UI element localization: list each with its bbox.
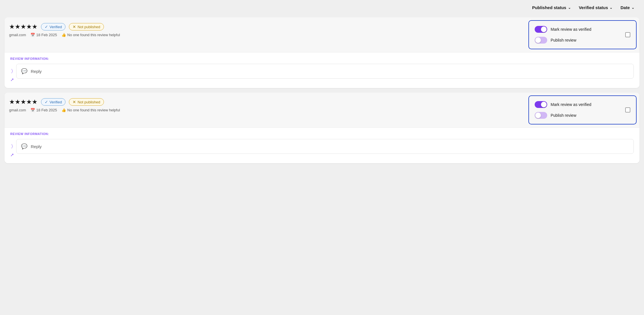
mark-verified-track[interactable]: [535, 101, 547, 108]
publish-review-label: Publish review: [551, 38, 576, 42]
review-card-bottom: REVIEW INFORMATION: 〉 ➚ 💬 Reply: [5, 128, 639, 163]
filter-icon[interactable]: 〉: [11, 68, 13, 73]
date-text: 18 Feb 2025: [36, 33, 57, 37]
date-label: Date: [620, 5, 630, 10]
calendar-icon: 📅: [30, 108, 35, 112]
reviewer-email: gmail.com: [9, 33, 26, 37]
review-date: 📅 18 Feb 2025: [30, 33, 57, 37]
verified-badge-label: Verified: [50, 25, 62, 29]
filter-icon[interactable]: 〉: [11, 144, 13, 149]
mark-verified-thumb: [541, 26, 547, 32]
review-main: ★★★★★ ✓ Verified ✕ Not published gmail.c…: [5, 93, 528, 127]
helpful-label: No one found this review helpful: [67, 33, 120, 37]
publish-review-track[interactable]: [535, 112, 547, 119]
review-card-top: ★★★★★ ✓ Verified ✕ Not published gmail.c…: [5, 17, 639, 52]
reply-box[interactable]: 💬 Reply: [16, 139, 634, 154]
published-status-chevron-icon: ⌄: [568, 6, 571, 10]
helpful-text: 👍 No one found this review helpful: [61, 33, 120, 37]
reply-box[interactable]: 💬 Reply: [16, 64, 634, 79]
publish-review-toggle[interactable]: [535, 112, 547, 119]
reply-placeholder: Reply: [31, 144, 42, 149]
date-chevron-icon: ⌄: [631, 6, 634, 10]
controls-inner: Mark review as verified Publish review: [535, 26, 625, 44]
star-rating: ★★★★★: [9, 98, 38, 106]
review-meta: gmail.com 📅 18 Feb 2025 👍 No one found t…: [9, 108, 523, 112]
review-select-checkbox[interactable]: [625, 32, 630, 37]
calendar-icon: 📅: [30, 33, 35, 37]
side-icons: 〉 ➚: [10, 139, 14, 158]
published-status-filter[interactable]: Published status ⌄: [529, 3, 574, 12]
review-header: ★★★★★ ✓ Verified ✕ Not published: [9, 98, 523, 106]
review-select-checkbox[interactable]: [625, 107, 630, 113]
reviewer-email: gmail.com: [9, 108, 26, 112]
reviews-list: ★★★★★ ✓ Verified ✕ Not published gmail.c…: [0, 15, 644, 165]
not-published-badge: ✕ Not published: [69, 23, 104, 30]
reply-icon: 💬: [21, 143, 27, 150]
verified-badge: ✓ Verified: [41, 98, 65, 106]
date-text: 18 Feb 2025: [36, 108, 57, 112]
reply-icon: 💬: [21, 68, 27, 74]
verified-check-icon: ✓: [45, 100, 48, 104]
helpful-label: No one found this review helpful: [67, 108, 120, 112]
not-published-x-icon: ✕: [73, 100, 76, 104]
star-rating: ★★★★★: [9, 23, 38, 30]
mark-verified-label: Mark review as verified: [551, 102, 591, 107]
thumbs-up-icon: 👍: [61, 33, 66, 37]
mark-verified-row: Mark review as verified: [535, 101, 625, 108]
publish-review-row: Publish review: [535, 37, 625, 44]
stars: ★★★★★: [9, 23, 38, 30]
side-icons: 〉 ➚: [10, 64, 14, 82]
review-bottom-row: 〉 ➚ 💬 Reply: [10, 64, 634, 82]
review-header: ★★★★★ ✓ Verified ✕ Not published: [9, 23, 523, 30]
mark-verified-label: Mark review as verified: [551, 27, 591, 32]
not-published-label: Not published: [77, 100, 100, 104]
review-info-label: REVIEW INFORMATION:: [10, 132, 634, 136]
verified-status-filter[interactable]: Verified status ⌄: [576, 3, 616, 12]
review-controls: Mark review as verified Publish review: [528, 95, 637, 124]
mark-verified-row: Mark review as verified: [535, 26, 625, 33]
external-link-icon[interactable]: ➚: [10, 152, 14, 158]
external-link-icon[interactable]: ➚: [10, 77, 14, 82]
verified-badge-label: Verified: [50, 100, 62, 104]
review-card-top: ★★★★★ ✓ Verified ✕ Not published gmail.c…: [5, 93, 639, 128]
verified-check-icon: ✓: [45, 24, 48, 29]
stars: ★★★★★: [9, 98, 38, 106]
review-date: 📅 18 Feb 2025: [30, 108, 57, 112]
published-status-label: Published status: [532, 5, 566, 10]
publish-review-toggle[interactable]: [535, 37, 547, 44]
page-container: Published status ⌄ Verified status ⌄ Dat…: [0, 0, 644, 315]
filters-row: Published status ⌄ Verified status ⌄ Dat…: [0, 0, 644, 15]
helpful-text: 👍 No one found this review helpful: [61, 108, 120, 112]
verified-status-label: Verified status: [579, 5, 608, 10]
publish-review-thumb: [535, 37, 541, 43]
review-info-label: REVIEW INFORMATION:: [10, 57, 634, 60]
verified-badge: ✓ Verified: [41, 23, 65, 30]
mark-verified-track[interactable]: [535, 26, 547, 33]
review-card: ★★★★★ ✓ Verified ✕ Not published gmail.c…: [5, 93, 639, 163]
not-published-label: Not published: [77, 25, 100, 29]
publish-review-label: Publish review: [551, 113, 576, 118]
publish-review-track[interactable]: [535, 37, 547, 44]
mark-verified-toggle[interactable]: [535, 26, 547, 33]
publish-review-row: Publish review: [535, 112, 625, 119]
review-bottom-row: 〉 ➚ 💬 Reply: [10, 139, 634, 158]
review-controls: Mark review as verified Publish review: [528, 20, 637, 49]
thumbs-up-icon: 👍: [61, 108, 66, 112]
not-published-x-icon: ✕: [73, 24, 76, 29]
not-published-badge: ✕ Not published: [69, 98, 104, 106]
review-card-bottom: REVIEW INFORMATION: 〉 ➚ 💬 Reply: [5, 52, 639, 88]
review-meta: gmail.com 📅 18 Feb 2025 👍 No one found t…: [9, 33, 523, 37]
verified-status-chevron-icon: ⌄: [610, 6, 612, 10]
date-filter[interactable]: Date ⌄: [618, 3, 637, 12]
mark-verified-thumb: [541, 102, 547, 107]
mark-verified-toggle[interactable]: [535, 101, 547, 108]
publish-review-thumb: [535, 113, 541, 118]
review-main: ★★★★★ ✓ Verified ✕ Not published gmail.c…: [5, 17, 528, 52]
reply-placeholder: Reply: [31, 69, 42, 74]
review-card: ★★★★★ ✓ Verified ✕ Not published gmail.c…: [5, 17, 639, 88]
controls-inner: Mark review as verified Publish review: [535, 101, 625, 119]
